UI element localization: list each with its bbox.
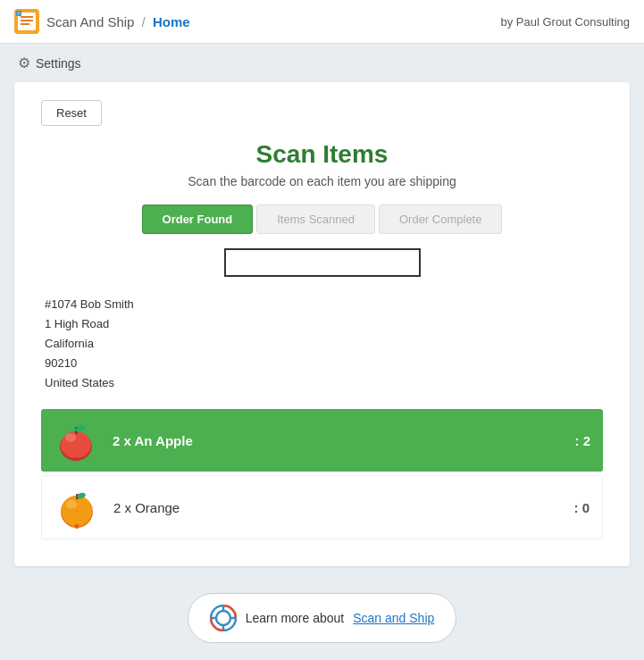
svg-point-12 — [73, 457, 79, 461]
apple-item-count: : 2 — [574, 433, 590, 448]
svg-point-15 — [66, 500, 77, 509]
header-left: Scan And Ship / Home — [14, 9, 190, 34]
address-line1: #1074 Bob Smith — [45, 295, 603, 314]
current-page: Home — [153, 14, 190, 29]
svg-point-9 — [65, 433, 76, 442]
address-line4: 90210 — [45, 354, 603, 373]
items-list: 2 x An Apple : 2 — [41, 409, 603, 539]
orange-item-name: 2 x Orange — [113, 500, 573, 515]
svg-point-18 — [80, 514, 82, 515]
orange-item-count: : 0 — [573, 500, 590, 515]
svg-point-22 — [76, 525, 79, 528]
lifebuoy-icon — [210, 605, 237, 631]
item-row-orange: 2 x Orange : 0 — [41, 475, 603, 539]
settings-bar[interactable]: ⚙ Settings — [0, 44, 644, 82]
step-buttons: Order Found Items Scanned Order Complete — [41, 205, 603, 234]
svg-rect-6 — [17, 12, 21, 15]
reset-button[interactable]: Reset — [41, 100, 102, 126]
svg-point-8 — [61, 431, 91, 458]
svg-rect-2 — [21, 16, 33, 18]
main-card: Reset Scan Items Scan the barcode on eac… — [14, 82, 630, 566]
scan-title: Scan Items — [41, 140, 603, 169]
scan-subtitle: Scan the barcode on each item you are sh… — [41, 174, 603, 188]
address-line2: 1 High Road — [45, 314, 603, 334]
item-row-apple: 2 x An Apple : 2 — [41, 409, 603, 472]
svg-point-24 — [216, 611, 230, 625]
step-order-found[interactable]: Order Found — [142, 205, 254, 234]
svg-rect-3 — [21, 20, 33, 21]
address-block: #1074 Bob Smith 1 High Road California 9… — [41, 295, 603, 393]
app-icon — [14, 9, 39, 34]
breadcrumb: Scan And Ship / Home — [46, 14, 190, 29]
settings-icon[interactable]: ⚙ — [18, 54, 30, 71]
learn-more-button[interactable]: Learn more about Scan and Ship — [188, 593, 457, 643]
apple-image — [54, 418, 98, 463]
address-line5: United States — [45, 373, 603, 393]
app-name: Scan And Ship — [46, 14, 134, 29]
author-label: by Paul Grout Consulting — [500, 15, 630, 29]
step-items-scanned: Items Scanned — [256, 205, 375, 234]
scan-input[interactable] — [224, 248, 421, 277]
learn-more-prefix: Learn more about — [246, 611, 345, 625]
scan-input-wrapper — [41, 248, 603, 277]
orange-image — [54, 485, 99, 530]
breadcrumb-separator: / — [142, 14, 146, 29]
step-order-complete: Order Complete — [379, 205, 502, 234]
svg-rect-4 — [21, 23, 29, 25]
footer: Learn more about Scan and Ship — [0, 566, 644, 660]
settings-label[interactable]: Settings — [36, 56, 81, 71]
apple-item-name: 2 x An Apple — [113, 433, 574, 448]
svg-point-17 — [71, 509, 73, 511]
app-header: Scan And Ship / Home by Paul Grout Consu… — [0, 0, 644, 44]
learn-more-link[interactable]: Scan and Ship — [353, 611, 434, 625]
address-line3: California — [45, 334, 603, 354]
svg-point-16 — [76, 511, 79, 514]
